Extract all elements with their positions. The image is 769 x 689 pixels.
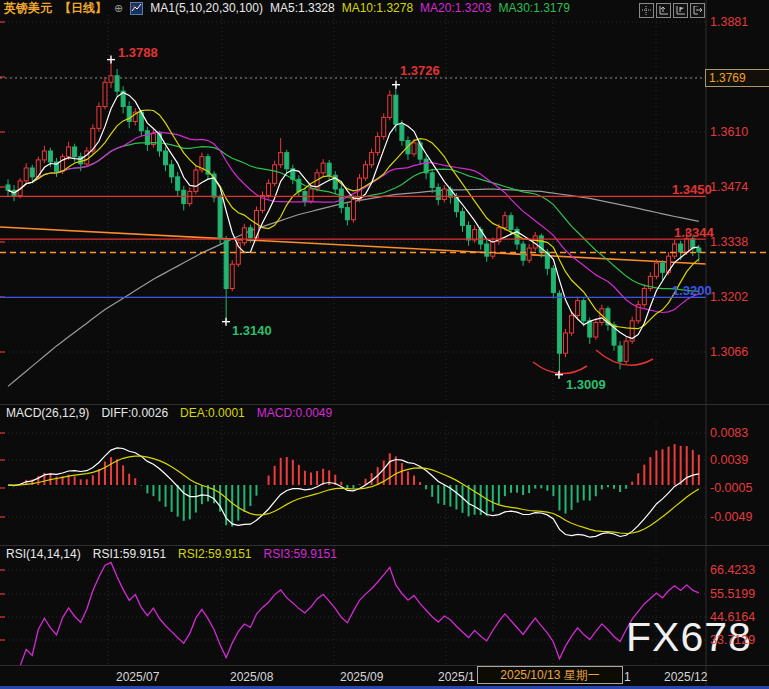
ma-settings-label: MA1(5,10,20,30,100) bbox=[150, 1, 263, 15]
rsi1-value: RSI1:59.9151 bbox=[93, 547, 166, 561]
trading-chart-window: 英镑美元 【日线】 ⊕ MA1(5,10,20,30,100) MA5:1.33… bbox=[0, 0, 769, 689]
macd-name-label: MACD(26,12,9) bbox=[6, 406, 89, 420]
macd-diff-value: DIFF:0.0026 bbox=[101, 406, 168, 420]
period-label: 【日线】 bbox=[59, 0, 107, 17]
ma30-value: MA30:1.3179 bbox=[498, 1, 569, 15]
rsi-name-label: RSI(14,14,14) bbox=[6, 547, 81, 561]
ma10-value: MA10:1.3278 bbox=[342, 1, 413, 15]
settings-gear-icon[interactable]: ⊕ bbox=[114, 2, 123, 15]
ma5-value: MA5:1.3328 bbox=[270, 1, 335, 15]
move-tool-icon[interactable] bbox=[639, 3, 654, 18]
exit-right-icon[interactable] bbox=[690, 3, 705, 18]
chart-toolbar bbox=[639, 3, 705, 18]
macd-macd-value: MACD:0.0049 bbox=[257, 406, 332, 420]
axis-zoom-in-icon[interactable] bbox=[656, 3, 671, 18]
crosshair-price-label: 1.3769 bbox=[705, 69, 769, 87]
macd-dea-value: DEA:0.0001 bbox=[180, 406, 245, 420]
rsi-pane-header: RSI(14,14,14) RSI1:59.9151 RSI2:59.9151 … bbox=[6, 547, 337, 561]
chart-svg[interactable] bbox=[0, 0, 769, 689]
rsi2-value: RSI2:59.9151 bbox=[178, 547, 251, 561]
rsi3-value: RSI3:59.9151 bbox=[264, 547, 337, 561]
symbol-title: 英镑美元 bbox=[4, 0, 52, 17]
crosshair-date-tooltip: 2025/10/13 星期一 bbox=[477, 666, 623, 684]
indicator-chart-icon[interactable] bbox=[130, 2, 143, 15]
macd-pane-header: MACD(26,12,9) DIFF:0.0026 DEA:0.0001 MAC… bbox=[6, 406, 332, 420]
axis-zoom-out-icon[interactable] bbox=[673, 3, 688, 18]
chart-canvas[interactable] bbox=[0, 0, 769, 689]
fx678-watermark: FX678 bbox=[626, 614, 752, 661]
ma20-value: MA20:1.3203 bbox=[420, 1, 491, 15]
